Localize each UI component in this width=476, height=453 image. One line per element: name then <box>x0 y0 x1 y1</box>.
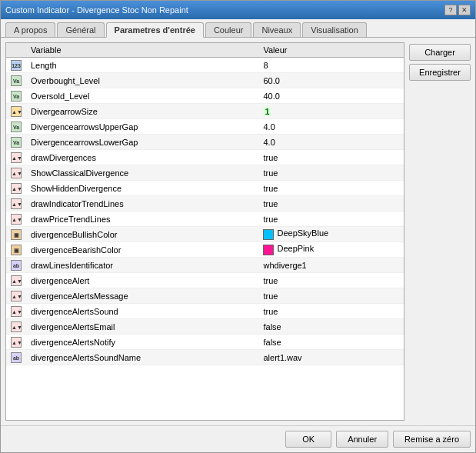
row-variable-name: divergenceAlertsEmail <box>26 319 258 335</box>
row-variable-name: divergenceBearishColor <box>26 242 258 258</box>
row-icon: ▣ <box>6 227 26 242</box>
row-icon: ▣ <box>6 242 26 258</box>
main-window: Custom Indicator - Divergence Stoc Non R… <box>0 0 476 453</box>
row-variable-name: Oversold_Level <box>26 88 258 104</box>
title-bar-buttons: ? ✕ <box>444 5 471 15</box>
tab-niveaux[interactable]: Niveaux <box>253 22 301 37</box>
table-row[interactable]: ▲▼drawPriceTrendLinestrue <box>6 212 404 227</box>
table-row[interactable]: ▲▼divergenceAlertsSoundtrue <box>6 304 404 319</box>
row-value: false <box>258 335 404 350</box>
row-icon: Va <box>6 73 26 88</box>
color-icon: ▣ <box>11 245 22 255</box>
row-value: 4.0 <box>258 135 404 150</box>
help-button[interactable]: ? <box>444 5 457 15</box>
bool-icon: ▲▼ <box>11 183 22 194</box>
table-row[interactable]: VaOversold_Level40.0 <box>6 88 404 104</box>
int-icon: 123 <box>11 60 22 71</box>
parameters-table: Variable Valeur 123Length8VaOverbought_L… <box>6 43 404 365</box>
table-row[interactable]: VaDivergencearrowsLowerGap4.0 <box>6 135 404 150</box>
row-icon: ▲▼ <box>6 273 26 288</box>
close-button[interactable]: ✕ <box>458 5 471 15</box>
table-row[interactable]: ▣divergenceBullishColorDeepSkyBlue <box>6 227 404 242</box>
diverge-icon: ▲▼ <box>11 106 22 117</box>
bool-icon: ▲▼ <box>11 152 22 163</box>
table-row[interactable]: abdivergenceAlertsSoundNamealert1.wav <box>6 350 404 365</box>
row-variable-name: DivergencearrowsUpperGap <box>26 119 258 135</box>
color-swatch <box>263 245 274 255</box>
table-row[interactable]: VaOverbought_Level60.0 <box>6 73 404 88</box>
row-value: DeepSkyBlue <box>258 227 404 242</box>
bool-icon: ▲▼ <box>11 198 22 209</box>
val-icon: Va <box>11 75 22 86</box>
row-icon: 123 <box>6 58 26 73</box>
row-variable-name: drawIndicatorTrendLines <box>26 196 258 212</box>
tab-visualisation[interactable]: Visualisation <box>302 22 367 37</box>
row-icon: ▲▼ <box>6 165 26 181</box>
annuler-button[interactable]: Annuler <box>336 431 388 448</box>
row-value: true <box>258 196 404 212</box>
tab-general[interactable]: Général <box>57 22 104 37</box>
remise-button[interactable]: Remise a zéro <box>393 431 471 448</box>
row-icon: ▲▼ <box>6 104 26 119</box>
row-variable-name: Length <box>26 58 258 73</box>
bool-icon: ▲▼ <box>11 337 22 348</box>
charger-button[interactable]: Charger <box>409 44 471 61</box>
ab-icon: ab <box>11 260 22 271</box>
table-row[interactable]: VaDivergencearrowsUpperGap4.0 <box>6 119 404 135</box>
table-row[interactable]: ▲▼DivergearrowSize1 <box>6 104 404 119</box>
table-row[interactable]: ▲▼divergenceAlerttrue <box>6 273 404 288</box>
row-value: 40.0 <box>258 88 404 104</box>
tab-couleur[interactable]: Couleur <box>205 22 252 37</box>
bool-icon: ▲▼ <box>11 168 22 178</box>
table-row[interactable]: ▣divergenceBearishColorDeepPink <box>6 242 404 258</box>
bool-icon: ▲▼ <box>11 321 22 332</box>
row-variable-name: divergenceAlertsSound <box>26 304 258 319</box>
row-variable-name: drawLinesIdentificator <box>26 258 258 273</box>
table-row[interactable]: abdrawLinesIdentificatorwhdiverge1 <box>6 258 404 273</box>
row-value: 1 <box>258 104 404 119</box>
col-variable-header: Variable <box>26 43 258 58</box>
row-icon: Va <box>6 88 26 104</box>
row-variable-name: drawDivergences <box>26 150 258 165</box>
tab-parametres[interactable]: Parametres d'entrée <box>106 22 204 38</box>
window-title: Custom Indicator - Divergence Stoc Non R… <box>5 5 188 15</box>
table-row[interactable]: 123Length8 <box>6 58 404 73</box>
table-header: Variable Valeur <box>6 43 404 58</box>
row-icon: ab <box>6 350 26 365</box>
row-variable-name: ShowHiddenDivergence <box>26 181 258 196</box>
row-value: true <box>258 165 404 181</box>
table-row[interactable]: ▲▼ShowClassicalDivergencetrue <box>6 165 404 181</box>
table-row[interactable]: ▲▼ShowHiddenDivergencetrue <box>6 181 404 196</box>
row-icon: ab <box>6 258 26 273</box>
row-variable-name: DivergencearrowsLowerGap <box>26 135 258 150</box>
row-variable-name: divergenceAlertsMessage <box>26 288 258 304</box>
bool-icon: ▲▼ <box>11 306 22 317</box>
val-icon: Va <box>11 122 22 132</box>
row-icon: ▲▼ <box>6 181 26 196</box>
row-variable-name: ShowClassicalDivergence <box>26 165 258 181</box>
title-bar: Custom Indicator - Divergence Stoc Non R… <box>1 1 475 19</box>
highlighted-value: 1 <box>263 107 271 116</box>
col-valeur-header: Valeur <box>258 43 404 58</box>
table-row[interactable]: ▲▼divergenceAlertsNotifyfalse <box>6 335 404 350</box>
table-row[interactable]: ▲▼divergenceAlertsEmailfalse <box>6 319 404 335</box>
row-value: 8 <box>258 58 404 73</box>
table-row[interactable]: ▲▼divergenceAlertsMessagetrue <box>6 288 404 304</box>
row-value: true <box>258 288 404 304</box>
row-variable-name: DivergearrowSize <box>26 104 258 119</box>
enregistrer-button[interactable]: Enregistrer <box>409 64 471 81</box>
row-icon: ▲▼ <box>6 150 26 165</box>
table-row[interactable]: ▲▼drawDivergencestrue <box>6 150 404 165</box>
row-value: true <box>258 273 404 288</box>
row-variable-name: divergenceAlertsSoundName <box>26 350 258 365</box>
ok-button[interactable]: OK <box>285 431 331 448</box>
row-value: true <box>258 150 404 165</box>
row-variable-name: divergenceAlert <box>26 273 258 288</box>
tab-apropos[interactable]: A propos <box>5 22 55 37</box>
row-variable-name: divergenceAlertsNotify <box>26 335 258 350</box>
table-row[interactable]: ▲▼drawIndicatorTrendLinestrue <box>6 196 404 212</box>
bottom-bar: OK Annuler Remise a zéro <box>1 425 475 452</box>
val-icon: Va <box>11 137 22 148</box>
row-value: alert1.wav <box>258 350 404 365</box>
row-icon: ▲▼ <box>6 304 26 319</box>
